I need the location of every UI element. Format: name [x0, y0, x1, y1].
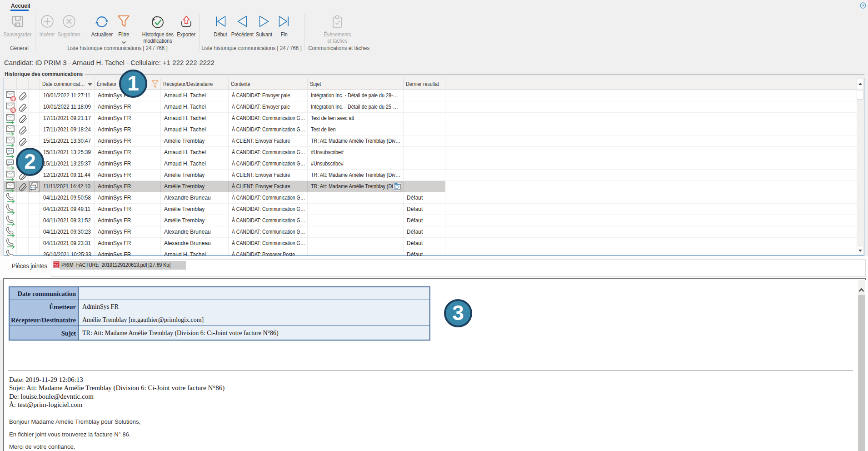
- svg-text:?: ?: [862, 4, 864, 8]
- svg-text:PDF: PDF: [54, 263, 59, 266]
